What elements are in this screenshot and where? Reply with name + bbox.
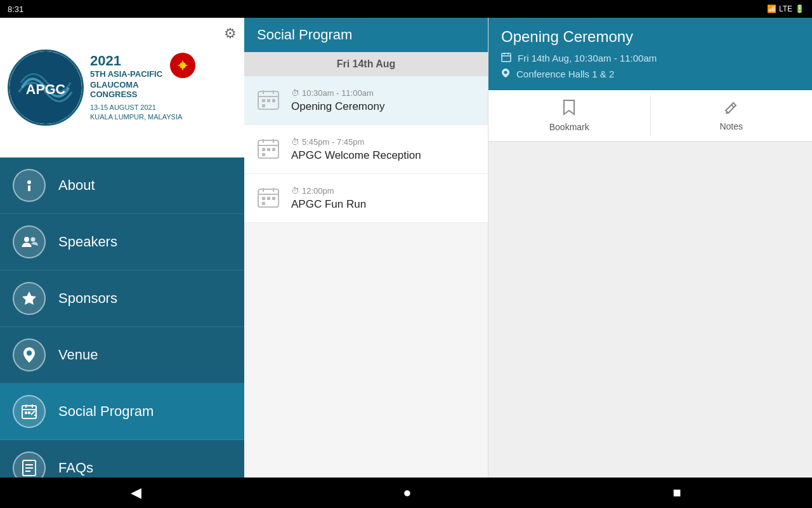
- detail-actions: Bookmark Notes: [488, 90, 812, 142]
- cal-icon-opening: [254, 86, 282, 114]
- congress-dates: 13-15 AUGUST 2021: [90, 103, 195, 112]
- svg-rect-30: [262, 99, 265, 102]
- event-time-fun-run: ⏱ 12:00pm: [291, 186, 478, 196]
- flag-badge: [170, 53, 195, 78]
- event-details-reception: ⏱ 5:45pm - 7:45pm APGC Welcome Reception: [291, 137, 478, 162]
- logo-circle: APGC: [8, 50, 84, 126]
- cal-icon-fun-run: [254, 184, 282, 212]
- status-bar: 8:31 📶 LTE 🔋: [0, 0, 812, 18]
- status-icons: 📶 LTE 🔋: [767, 4, 804, 13]
- cal-icon-reception: [254, 135, 282, 163]
- social-program-header: Social Program: [244, 18, 488, 52]
- sidebar-item-faqs[interactable]: FAQs: [0, 440, 244, 478]
- svg-point-8: [27, 180, 31, 184]
- venue-icon: [13, 338, 46, 371]
- faqs-icon: [13, 451, 46, 478]
- about-label: About: [58, 177, 95, 194]
- back-button[interactable]: ◀: [112, 479, 160, 506]
- home-button[interactable]: ●: [384, 479, 430, 506]
- sponsors-icon: [13, 282, 46, 315]
- svg-rect-19: [28, 411, 30, 414]
- notes-button[interactable]: Notes: [651, 90, 813, 141]
- svg-rect-46: [262, 197, 265, 200]
- svg-point-54: [504, 71, 508, 74]
- svg-rect-49: [262, 202, 265, 205]
- svg-rect-48: [272, 197, 275, 200]
- detail-meta-datetime: Fri 14th Aug, 10:30am - 11:00am: [501, 52, 799, 64]
- svg-rect-47: [267, 197, 270, 200]
- logo-svg: APGC: [10, 51, 82, 124]
- bookmark-button[interactable]: Bookmark: [488, 90, 650, 141]
- svg-line-20: [31, 411, 35, 415]
- event-name-opening: Opening Ceremony: [291, 100, 478, 113]
- right-panel: Opening Ceremony Fri 14th Aug, 10:30am -…: [488, 18, 812, 478]
- logo-text: 2021 5TH ASIA-PACIFIC GLAUCOMA CONGRESS: [90, 53, 195, 123]
- congress-title-line2: GLAUCOMA: [90, 80, 162, 90]
- year-text: 2021: [90, 53, 162, 69]
- svg-point-13: [27, 351, 32, 356]
- logo-content: APGC 2021 5TH ASIA-PACIFIC GLAUCOMA CONG…: [8, 50, 195, 126]
- sidebar-item-about[interactable]: About: [0, 157, 244, 214]
- svg-rect-40: [272, 148, 275, 151]
- sidebar-item-social-program[interactable]: Social Program: [0, 384, 244, 440]
- svg-point-10: [24, 237, 29, 242]
- svg-rect-9: [28, 185, 30, 191]
- event-name-reception: APGC Welcome Reception: [291, 149, 478, 162]
- about-icon: [13, 169, 46, 202]
- recents-button[interactable]: ■: [654, 479, 700, 506]
- social-program-label: Social Program: [58, 403, 154, 420]
- date-label: Fri 14th Aug: [337, 58, 396, 69]
- event-time-opening: ⏱ 10:30am - 11:00am: [291, 88, 478, 98]
- notes-label: Notes: [719, 121, 743, 131]
- bookmark-icon: [561, 99, 577, 119]
- event-item-reception[interactable]: ⏱ 5:45pm - 7:45pm APGC Welcome Reception: [244, 125, 488, 174]
- nav-items: About Speakers: [0, 157, 244, 478]
- calendar-meta-icon: [501, 52, 511, 64]
- svg-point-11: [31, 237, 36, 242]
- speakers-label: Speakers: [58, 234, 117, 250]
- social-program-title: Social Program: [257, 27, 352, 43]
- svg-rect-18: [25, 411, 27, 414]
- detail-content: [488, 142, 812, 478]
- settings-icon[interactable]: ⚙: [224, 25, 237, 42]
- svg-rect-41: [262, 153, 265, 156]
- svg-rect-31: [267, 99, 270, 102]
- speakers-icon: [13, 225, 46, 258]
- svg-line-55: [731, 105, 734, 107]
- lte-label: LTE: [779, 4, 792, 13]
- event-item-opening[interactable]: ⏱ 10:30am - 11:00am Opening Ceremony: [244, 76, 488, 125]
- event-item-fun-run[interactable]: ⏱ 12:00pm APGC Fun Run: [244, 174, 488, 223]
- svg-rect-32: [272, 99, 275, 102]
- congress-location: KUALA LUMPUR, MALAYSIA: [90, 112, 195, 122]
- social-program-icon: [13, 395, 46, 428]
- date-location: 13-15 AUGUST 2021 KUALA LUMPUR, MALAYSIA: [90, 103, 195, 123]
- svg-rect-50: [502, 53, 511, 62]
- event-name-fun-run: APGC Fun Run: [291, 198, 478, 211]
- svg-marker-12: [22, 291, 36, 305]
- sponsors-label: Sponsors: [58, 290, 117, 307]
- sidebar-item-venue[interactable]: Venue: [0, 327, 244, 384]
- svg-rect-39: [267, 148, 270, 151]
- date-divider: Fri 14th Aug: [244, 52, 488, 76]
- svg-rect-38: [262, 148, 265, 151]
- detail-meta-location: Conference Halls 1 & 2: [501, 68, 799, 80]
- location-meta-icon: [501, 68, 510, 80]
- event-details-fun-run: ⏱ 12:00pm APGC Fun Run: [291, 186, 478, 211]
- svg-rect-33: [262, 104, 265, 107]
- congress-title-line3: CONGRESS: [90, 90, 162, 99]
- flag-icon: [173, 56, 192, 75]
- sidebar-item-speakers[interactable]: Speakers: [0, 214, 244, 271]
- venue-label: Venue: [58, 347, 98, 363]
- sidebar: ⚙ APGC 2021: [0, 18, 244, 478]
- detail-datetime-text: Fri 14th Aug, 10:30am - 11:00am: [518, 53, 657, 64]
- svg-text:APGC: APGC: [26, 81, 66, 97]
- time-display: 8:31: [8, 4, 23, 14]
- detail-meta: Fri 14th Aug, 10:30am - 11:00am Conferen…: [501, 52, 799, 80]
- bottom-nav: ◀ ● ■: [0, 478, 812, 508]
- faqs-label: FAQs: [58, 460, 93, 476]
- notes-icon: [724, 100, 739, 119]
- main-area: ⚙ APGC 2021: [0, 18, 812, 478]
- bookmark-label: Bookmark: [549, 122, 589, 132]
- sidebar-item-sponsors[interactable]: Sponsors: [0, 271, 244, 327]
- event-time-reception: ⏱ 5:45pm - 7:45pm: [291, 137, 478, 147]
